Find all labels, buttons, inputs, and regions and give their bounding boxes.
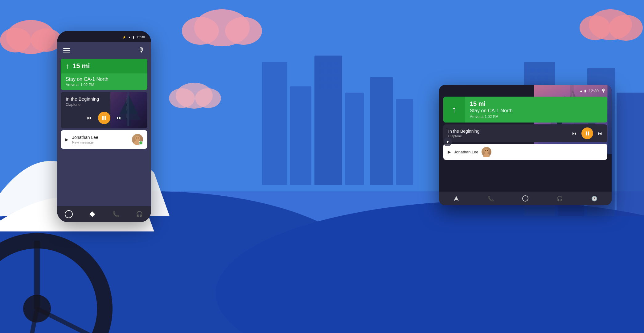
svg-rect-35 [320, 84, 324, 88]
svg-point-84 [136, 138, 137, 139]
svg-rect-21 [305, 97, 308, 100]
svg-point-64 [580, 15, 610, 40]
message-badge [139, 141, 143, 145]
svg-point-2 [0, 191, 370, 333]
svg-rect-16 [294, 91, 297, 94]
phone-screen: 🎙 ↑ 15 mi Stay on CA-1 North Arrive at 1… [57, 42, 151, 206]
prev-track-button[interactable]: ⏮ [87, 115, 92, 121]
svg-rect-6 [274, 68, 278, 72]
dash-message-play-icon: ▶ [448, 149, 451, 154]
expand-button[interactable]: ▼ [443, 138, 452, 146]
pause-icon [102, 116, 106, 120]
phone-navigation-button[interactable] [87, 209, 97, 219]
svg-rect-30 [327, 69, 331, 73]
svg-point-3 [216, 201, 644, 333]
svg-rect-47 [544, 75, 548, 80]
svg-rect-20 [300, 97, 303, 100]
dash-nav-info: 15 mi Stay on CA-1 North Arrive at 1:02 … [465, 97, 518, 123]
battery-icon: ▮ [133, 35, 134, 39]
svg-point-99 [483, 153, 490, 157]
svg-rect-8 [274, 74, 278, 78]
dash-message-card[interactable]: ▶ Jonathan Lee [443, 144, 607, 160]
dash-nav-button[interactable] [452, 194, 461, 203]
dash-audio-button[interactable]: 🎧 [556, 194, 564, 203]
phone-device: ⚡ ▲ ▮ 12:30 🎙 ↑ 15 mi Stay on CA-1 North… [57, 31, 151, 222]
dash-home-button[interactable] [521, 194, 530, 203]
next-track-button[interactable]: ⏭ [117, 115, 121, 121]
svg-point-66 [176, 83, 213, 109]
dash-nav-distance: 15 mi [470, 100, 513, 107]
dash-next-track-button[interactable]: ⏭ [598, 131, 602, 136]
navigation-diamond-icon [89, 211, 95, 217]
svg-rect-36 [327, 84, 331, 88]
svg-rect-34 [334, 77, 338, 81]
svg-point-58 [0, 28, 31, 52]
microphone-icon[interactable]: 🎙 [138, 46, 145, 54]
phone-bottom-nav: 📞 🎧 [57, 206, 151, 222]
chevron-down-icon: ▼ [446, 140, 449, 144]
svg-point-57 [6, 20, 55, 54]
phone-call-button[interactable]: 📞 [111, 209, 121, 219]
nav-distance-row: ↑ 15 mi [61, 59, 147, 73]
svg-point-85 [138, 138, 139, 139]
dash-message-info: Jonathan Lee [454, 150, 478, 154]
message-subtitle: New message [72, 140, 128, 144]
svg-marker-102 [454, 196, 459, 201]
phone-message-card[interactable]: ▶ Jonathan Lee New message [61, 130, 147, 149]
bluetooth-icon: ⚡ [122, 35, 126, 39]
svg-rect-46 [537, 75, 541, 80]
dash-message-sender-name: Jonathan Lee [454, 150, 478, 154]
svg-point-62 [225, 17, 262, 45]
svg-rect-28 [334, 62, 338, 66]
dash-display-device: ▼ ▲ ▮ 12:30 🎙 ↑ 15 mi Stay on CA-1 North… [439, 85, 612, 205]
message-info: Jonathan Lee New message [72, 135, 128, 144]
phone-home-button[interactable] [64, 209, 74, 219]
dash-screen: ▼ ▲ ▮ 12:30 🎙 ↑ 15 mi Stay on CA-1 North… [439, 85, 612, 192]
dash-music-card[interactable]: In the Beginning Claptone ⏮ ⏭ [443, 124, 607, 142]
music-info: In the Beginning Claptone [61, 92, 147, 109]
dash-pause-icon [586, 131, 589, 135]
message-avatar-wrapper [132, 134, 143, 145]
dash-music-controls: ⏮ ⏭ [572, 127, 602, 139]
dash-pause-button[interactable] [581, 127, 593, 139]
dash-phone-button[interactable]: 📞 [486, 194, 495, 203]
dash-signal-icon: ▲ [580, 89, 583, 93]
svg-line-73 [37, 309, 99, 333]
dash-home-circle-icon [522, 195, 528, 202]
nav-road-text: Stay on CA-1 North [66, 77, 142, 82]
pause-button[interactable] [98, 112, 110, 124]
svg-point-60 [194, 9, 250, 46]
dash-nav-arrow-icon: ↑ [452, 105, 457, 114]
music-controls: ⏮ ⏭ [61, 109, 147, 128]
svg-point-67 [169, 88, 195, 108]
svg-point-101 [487, 150, 488, 151]
svg-rect-23 [300, 103, 303, 106]
svg-point-65 [609, 15, 643, 41]
svg-point-61 [182, 17, 219, 45]
svg-rect-37 [334, 84, 338, 88]
dash-microphone-icon[interactable]: 🎙 [601, 88, 606, 94]
music-title: In the Beginning [66, 96, 142, 102]
dash-nav-card[interactable]: ↑ 15 mi Stay on CA-1 North Arrive at 1:0… [443, 97, 607, 123]
message-sender-name: Jonathan Lee [72, 135, 128, 140]
dash-prev-track-button[interactable]: ⏮ [572, 131, 576, 136]
svg-rect-26 [320, 62, 324, 66]
phone-nav-card[interactable]: ↑ 15 mi Stay on CA-1 North Arrive at 1:0… [61, 59, 147, 90]
svg-point-69 [0, 241, 105, 333]
phone-audio-button[interactable]: 🎧 [134, 209, 144, 219]
svg-rect-9 [268, 80, 272, 84]
menu-icon[interactable] [63, 48, 70, 52]
svg-rect-4 [262, 62, 287, 185]
svg-rect-17 [300, 91, 303, 94]
svg-point-63 [589, 9, 632, 40]
signal-icon: ▲ [128, 35, 131, 39]
dash-time: 12:30 [589, 89, 599, 93]
svg-rect-44 [544, 68, 548, 72]
dash-history-button[interactable]: 🕐 [590, 194, 599, 203]
svg-line-72 [25, 309, 37, 333]
nav-distance-text: 15 mi [72, 62, 90, 70]
svg-rect-38 [345, 93, 364, 185]
phone-music-card[interactable]: In the Beginning Claptone ⏮ ⏭ [61, 92, 147, 128]
svg-rect-33 [327, 77, 331, 81]
svg-rect-32 [320, 77, 324, 81]
